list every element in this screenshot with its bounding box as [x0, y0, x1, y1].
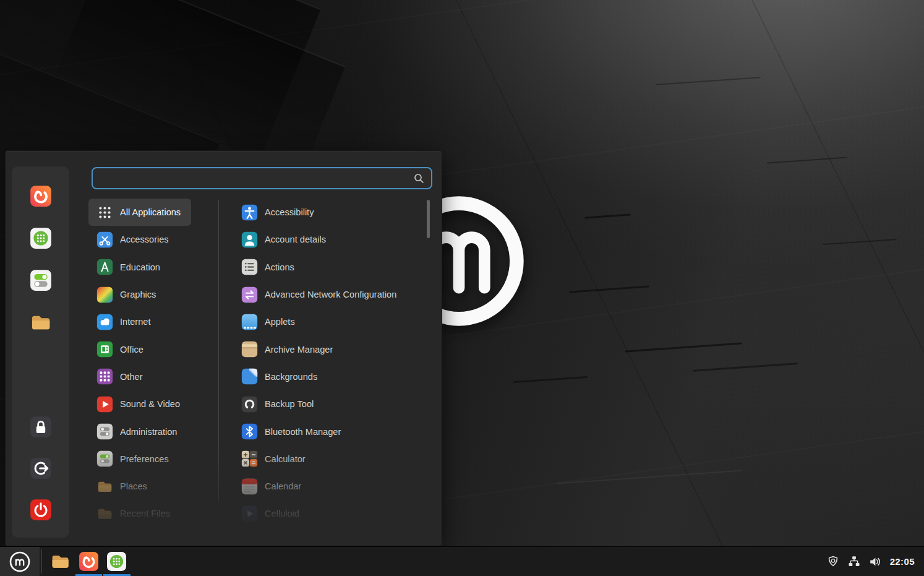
firefox-icon: [79, 551, 99, 572]
favorites-list: [12, 185, 69, 333]
category-other[interactable]: Other: [88, 363, 220, 390]
software-manager-icon: [30, 227, 52, 249]
category-graphics[interactable]: Graphics: [88, 281, 220, 308]
administration-icon: [96, 423, 113, 440]
firefox-icon: [30, 185, 52, 207]
mint-logo-icon: [9, 551, 31, 573]
application-list: Accessibility Account details Actions Ad…: [233, 199, 430, 528]
lock-icon: [30, 416, 52, 438]
app-label: Advanced Network Configuration: [265, 290, 396, 299]
logout-button[interactable]: [30, 457, 52, 479]
category-preferences[interactable]: Preferences: [88, 445, 220, 473]
category-places[interactable]: Places: [88, 473, 220, 500]
places-folder-icon: [96, 478, 113, 495]
search-icon: [414, 173, 424, 184]
app-archive-manager[interactable]: Archive Manager: [233, 335, 430, 363]
applets-icon: [241, 314, 258, 330]
archive-manager-icon: [241, 341, 258, 358]
app-label: Accessibility: [265, 207, 314, 217]
app-accessibility[interactable]: Accessibility: [233, 199, 430, 226]
launcher-firefox[interactable]: [75, 547, 103, 576]
backup-tool-icon: [241, 396, 258, 413]
search-input[interactable]: [93, 173, 414, 184]
app-calculator[interactable]: Calculator: [233, 445, 430, 473]
launcher-area: [46, 547, 131, 576]
category-label: Places: [120, 481, 147, 491]
volume-icon: [869, 556, 881, 568]
folder-icon: [30, 311, 52, 333]
accessories-icon: [96, 231, 113, 248]
category-administration[interactable]: Administration: [88, 418, 220, 445]
software-manager-icon: [106, 551, 127, 572]
search-box: [92, 167, 432, 189]
category-all-applications[interactable]: All Applications: [88, 199, 191, 226]
office-icon: [96, 341, 113, 358]
app-label: Account details: [265, 234, 326, 244]
category-label: Internet: [120, 317, 151, 327]
category-recent-files[interactable]: Recent Files: [88, 500, 220, 527]
bluetooth-icon: [241, 423, 258, 440]
actions-icon: [241, 259, 258, 275]
category-label: Other: [120, 372, 143, 382]
app-backgrounds[interactable]: Backgrounds: [233, 363, 430, 390]
app-label: Bluetooth Manager: [265, 427, 341, 437]
shutdown-button[interactable]: [30, 499, 52, 521]
calculator-icon: [241, 450, 258, 467]
sound-video-icon: [96, 396, 113, 413]
celluloid-icon: [241, 505, 258, 522]
menu-button[interactable]: [0, 547, 40, 576]
category-label: Administration: [120, 427, 177, 437]
network-icon: [848, 556, 860, 568]
category-accessories[interactable]: Accessories: [88, 226, 220, 253]
app-bluetooth-manager[interactable]: Bluetooth Manager: [233, 418, 430, 445]
logout-icon: [30, 457, 52, 479]
accessibility-icon: [241, 204, 258, 221]
lock-screen-button[interactable]: [30, 416, 52, 438]
category-label: Preferences: [120, 454, 169, 464]
category-education[interactable]: Education: [88, 254, 220, 281]
scrollbar-thumb[interactable]: [427, 200, 430, 238]
category-label: Sound & Video: [120, 399, 180, 409]
places-folder-icon: [96, 505, 113, 522]
favorite-software-manager[interactable]: [30, 227, 52, 249]
clock[interactable]: 22:05: [890, 556, 915, 567]
app-actions[interactable]: Actions: [233, 254, 430, 281]
graphics-icon: [96, 286, 113, 303]
category-list: All Applications Accessories Education G…: [88, 199, 220, 528]
app-applets[interactable]: Applets: [233, 308, 430, 335]
category-label: Education: [120, 262, 160, 272]
tray-volume[interactable]: [869, 556, 881, 568]
app-label: Celluloid: [265, 509, 299, 518]
launcher-files[interactable]: [46, 547, 75, 576]
system-settings-icon: [30, 269, 52, 291]
backgrounds-icon: [241, 368, 258, 385]
tray-network[interactable]: [848, 556, 860, 568]
category-label: Recent Files: [120, 509, 170, 518]
app-label: Backgrounds: [265, 372, 317, 382]
app-label: Applets: [265, 317, 295, 327]
app-backup-tool[interactable]: Backup Tool: [233, 390, 430, 418]
column-separator: [218, 200, 219, 502]
menu-sidebar: [12, 166, 69, 538]
app-label: Backup Tool: [265, 399, 314, 409]
app-label: Archive Manager: [265, 345, 333, 355]
category-sound-video[interactable]: Sound & Video: [88, 390, 220, 418]
calendar-icon: [241, 478, 258, 495]
favorite-system-settings[interactable]: [30, 269, 52, 291]
category-office[interactable]: Office: [88, 335, 220, 363]
preferences-icon: [96, 450, 113, 467]
app-label: Calculator: [265, 454, 306, 464]
category-label: Graphics: [120, 290, 156, 299]
launcher-software-manager[interactable]: [103, 547, 131, 576]
app-advanced-network-configuration[interactable]: Advanced Network Configuration: [233, 281, 430, 308]
app-celluloid[interactable]: Celluloid: [233, 500, 430, 527]
favorite-firefox[interactable]: [30, 185, 52, 207]
favorite-files[interactable]: [30, 311, 52, 333]
education-icon: [96, 259, 113, 275]
tray-shield[interactable]: [827, 556, 839, 568]
application-menu: All Applications Accessories Education G…: [5, 150, 442, 546]
app-calendar[interactable]: Calendar: [233, 473, 430, 500]
app-account-details[interactable]: Account details: [233, 226, 430, 253]
folder-icon: [50, 551, 71, 572]
category-internet[interactable]: Internet: [88, 308, 220, 335]
